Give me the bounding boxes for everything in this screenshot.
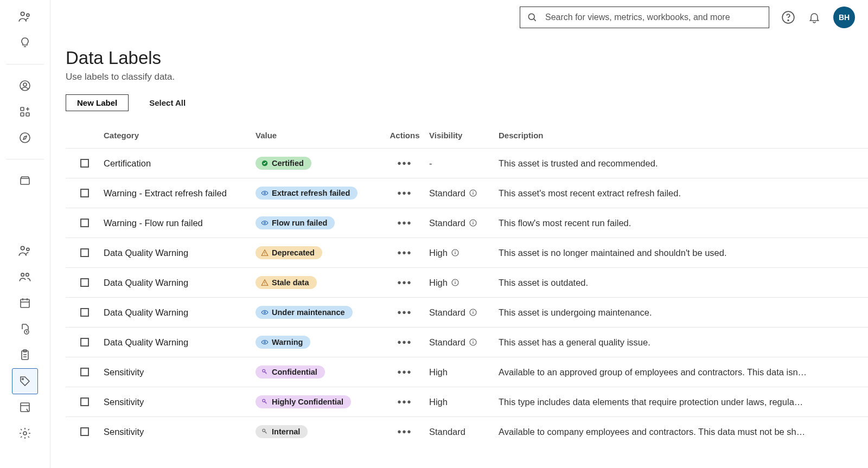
row-actions-button[interactable]: ••• bbox=[397, 277, 412, 288]
info-icon[interactable] bbox=[451, 248, 459, 257]
cell-visibility: Standard bbox=[429, 188, 499, 198]
sidebar-item-site-status[interactable] bbox=[12, 395, 37, 420]
svg-point-1 bbox=[27, 14, 29, 16]
new-label-button[interactable]: New Label bbox=[66, 94, 129, 111]
row-actions-button[interactable]: ••• bbox=[397, 396, 412, 407]
row-checkbox[interactable] bbox=[80, 398, 89, 406]
row-checkbox[interactable] bbox=[80, 338, 89, 347]
row-checkbox[interactable] bbox=[80, 248, 89, 257]
sidebar-item-people[interactable] bbox=[12, 239, 37, 264]
cell-category: Data Quality Warning bbox=[104, 337, 256, 348]
info-icon[interactable] bbox=[469, 338, 477, 347]
pill-label: Confidential bbox=[272, 368, 317, 376]
pill-label: Extract refresh failed bbox=[272, 189, 350, 197]
cell-visibility: High bbox=[429, 367, 499, 377]
page-subtitle: Use labels to classify data. bbox=[66, 72, 868, 82]
calendar-icon bbox=[18, 297, 31, 310]
sidebar-item-groups[interactable] bbox=[12, 265, 37, 290]
eye-icon bbox=[261, 219, 269, 227]
group-icon bbox=[18, 270, 32, 284]
cell-category: Data Quality Warning bbox=[104, 278, 256, 288]
value-pill: Deprecated bbox=[256, 246, 322, 259]
cell-category: Sensitivity bbox=[104, 367, 256, 377]
topbar: BH bbox=[50, 0, 868, 35]
row-checkbox[interactable] bbox=[80, 278, 89, 287]
search-input[interactable] bbox=[544, 12, 762, 23]
col-description[interactable]: Description bbox=[499, 131, 861, 140]
select-all-button[interactable]: Select All bbox=[146, 98, 189, 108]
row-actions-button[interactable]: ••• bbox=[397, 217, 412, 228]
row-actions-button[interactable]: ••• bbox=[397, 367, 412, 377]
eye-icon bbox=[261, 338, 269, 346]
pill-label: Internal bbox=[272, 427, 300, 436]
table-row: Data Quality WarningStale data•••HighThi… bbox=[66, 267, 868, 297]
eye-icon bbox=[261, 309, 269, 316]
tag-icon bbox=[18, 375, 31, 388]
sidebar-item-users[interactable] bbox=[12, 4, 37, 29]
warn-icon bbox=[261, 279, 269, 286]
row-checkbox[interactable] bbox=[80, 219, 89, 227]
row-checkbox[interactable] bbox=[80, 308, 89, 317]
table-row: Warning - Extract refresh failedExtract … bbox=[66, 178, 868, 208]
svg-point-3 bbox=[23, 83, 27, 86]
main: BH Data Labels Use labels to classify da… bbox=[50, 0, 868, 468]
help-button[interactable] bbox=[781, 10, 795, 24]
value-pill: Certified bbox=[256, 157, 311, 170]
svg-point-17 bbox=[22, 379, 24, 380]
svg-rect-18 bbox=[21, 403, 29, 412]
cell-visibility: Standard bbox=[429, 307, 499, 318]
value-pill: Stale data bbox=[256, 276, 317, 289]
row-checkbox[interactable] bbox=[80, 368, 89, 376]
value-pill: Under maintenance bbox=[256, 306, 353, 319]
row-actions-button[interactable]: ••• bbox=[397, 158, 412, 169]
sidebar-item-jobs[interactable] bbox=[12, 317, 37, 342]
cell-category: Warning - Extract refresh failed bbox=[104, 188, 256, 198]
sidebar-item-tasks[interactable] bbox=[12, 343, 37, 368]
key-icon bbox=[261, 428, 269, 435]
check-badge-icon bbox=[261, 159, 269, 167]
sidebar-item-data-labels[interactable] bbox=[12, 369, 37, 394]
info-icon[interactable] bbox=[469, 189, 477, 197]
labels-table: Category Value Actions Visibility Descri… bbox=[66, 122, 868, 468]
sidebar-item-box[interactable] bbox=[12, 168, 37, 193]
pill-label: Warning bbox=[272, 338, 303, 347]
cell-category: Sensitivity bbox=[104, 427, 256, 437]
col-visibility[interactable]: Visibility bbox=[429, 131, 499, 140]
row-actions-button[interactable]: ••• bbox=[397, 247, 412, 258]
cell-category: Certification bbox=[104, 158, 256, 169]
info-icon[interactable] bbox=[451, 278, 459, 287]
sidebar-item-hint[interactable] bbox=[12, 30, 37, 55]
sidebar-item-schedules[interactable] bbox=[12, 291, 37, 316]
row-checkbox[interactable] bbox=[80, 159, 89, 168]
info-icon[interactable] bbox=[469, 308, 477, 317]
notifications-button[interactable] bbox=[807, 10, 821, 24]
sidebar-item-apps[interactable] bbox=[12, 99, 37, 124]
help-icon bbox=[781, 10, 795, 24]
row-actions-button[interactable]: ••• bbox=[397, 188, 412, 198]
sidebar-item-explore[interactable] bbox=[12, 125, 37, 150]
users-icon bbox=[18, 10, 32, 24]
sidebar-item-user[interactable] bbox=[12, 73, 37, 98]
row-checkbox[interactable] bbox=[80, 189, 89, 197]
avatar[interactable]: BH bbox=[833, 7, 855, 28]
file-clock-icon bbox=[18, 323, 31, 336]
cell-description: This type includes data elements that re… bbox=[499, 397, 861, 407]
content: Data Labels Use labels to classify data.… bbox=[50, 35, 868, 468]
svg-rect-5 bbox=[21, 113, 24, 116]
value-pill: Extract refresh failed bbox=[256, 187, 358, 200]
cell-visibility: Standard bbox=[429, 218, 499, 228]
row-actions-button[interactable]: ••• bbox=[397, 337, 412, 348]
bell-icon bbox=[808, 11, 821, 24]
table-header: Category Value Actions Visibility Descri… bbox=[66, 122, 868, 148]
col-actions: Actions bbox=[380, 131, 429, 140]
global-search[interactable] bbox=[520, 7, 769, 28]
col-category[interactable]: Category bbox=[104, 131, 256, 140]
clipboard-icon bbox=[18, 349, 31, 362]
col-value[interactable]: Value bbox=[256, 131, 380, 140]
row-checkbox[interactable] bbox=[80, 427, 89, 436]
row-actions-button[interactable]: ••• bbox=[397, 307, 412, 318]
cell-visibility: High bbox=[429, 248, 499, 258]
sidebar-item-settings[interactable] bbox=[12, 421, 37, 446]
info-icon[interactable] bbox=[469, 219, 477, 227]
row-actions-button[interactable]: ••• bbox=[397, 426, 412, 437]
